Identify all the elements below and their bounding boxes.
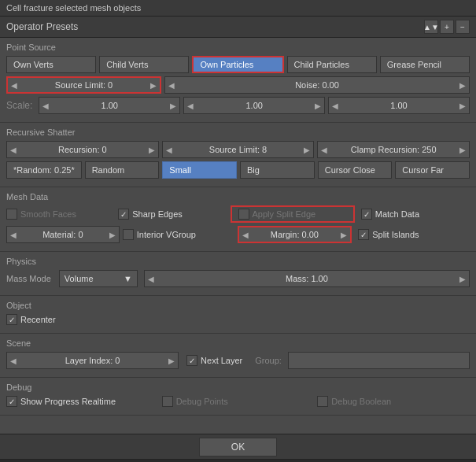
material-right-arrow[interactable]: ▶: [106, 231, 119, 239]
mesh-data-row1: Smooth Faces Sharp Edges Apply Split Edg…: [6, 205, 470, 223]
recursive-shatter-label: Recursive Shatter: [6, 128, 470, 137]
mass-right-arrow[interactable]: ▶: [456, 275, 469, 283]
match-data-group: Match Data: [361, 209, 470, 220]
scale-z-left-arrow[interactable]: ◀: [329, 102, 341, 110]
debug-points-group: Debug Points: [162, 396, 315, 407]
clamp-right-arrow[interactable]: ▶: [456, 146, 469, 154]
sharp-edges-checkbox[interactable]: [118, 209, 129, 220]
recursion-value: Recursion: 0: [20, 145, 146, 154]
scale-z-field[interactable]: ◀ 1.00 ▶: [328, 97, 470, 114]
layer-index-field[interactable]: ◀ Layer Index: 0 ▶: [6, 352, 179, 369]
show-progress-group: Show Progress Realtime: [6, 396, 159, 407]
scale-y-value: 1.00: [197, 101, 312, 110]
split-islands-checkbox[interactable]: [358, 229, 369, 240]
source-limit-left-arrow[interactable]: ◀: [8, 81, 20, 90]
main-content: Point Source Own Verts Child Verts Own P…: [0, 38, 476, 434]
title-bar: Cell fracture selected mesh objects: [0, 0, 476, 17]
interior-vgroup-group: Interior VGroup: [123, 229, 234, 240]
group-field[interactable]: [288, 352, 470, 369]
recursion-field[interactable]: ◀ Recursion: 0 ▶: [6, 141, 159, 158]
scene-row: ◀ Layer Index: 0 ▶ Next Layer Group:: [6, 352, 470, 369]
layer-index-right-arrow[interactable]: ▶: [165, 357, 178, 365]
noise-left-arrow[interactable]: ◀: [165, 81, 178, 90]
next-layer-checkbox[interactable]: [186, 355, 197, 366]
cursor-far-btn[interactable]: Cursor Far: [395, 161, 470, 179]
physics-label: Physics: [6, 257, 470, 266]
mesh-data-section: Mesh Data Smooth Faces Sharp Edges Apply…: [0, 187, 476, 252]
margin-field[interactable]: ◀ Margin: 0.00 ▶: [238, 226, 352, 243]
apply-split-edge-btn[interactable]: Apply Split Edge: [231, 205, 355, 223]
rec-source-limit-field[interactable]: ◀ Source Limit: 8 ▶: [162, 141, 315, 158]
match-data-checkbox[interactable]: [361, 209, 372, 220]
debug-points-checkbox[interactable]: [162, 396, 173, 407]
source-limit-value: Source Limit: 0: [20, 80, 147, 90]
random-weighted-btn[interactable]: *Random: 0.25*: [6, 161, 82, 179]
recursive-shatter-section: Recursive Shatter ◀ Recursion: 0 ▶ ◀ Sou…: [0, 123, 476, 187]
interior-vgroup-checkbox[interactable]: [123, 229, 134, 240]
mass-left-arrow[interactable]: ◀: [145, 275, 157, 283]
scale-z-value: 1.00: [341, 101, 456, 110]
debug-points-label: Debug Points: [176, 397, 228, 406]
preset-remove-btn[interactable]: −: [456, 20, 470, 34]
clamp-left-arrow[interactable]: ◀: [318, 146, 330, 154]
margin-value: Margin: 0.00: [252, 230, 338, 239]
preset-add-btn[interactable]: +: [440, 20, 454, 34]
recenter-checkbox[interactable]: [6, 314, 17, 325]
child-particles-btn[interactable]: Child Particles: [287, 56, 377, 73]
recursion-right-arrow[interactable]: ▶: [146, 146, 158, 154]
small-btn[interactable]: Small: [162, 161, 237, 179]
point-source-label: Point Source: [6, 43, 470, 52]
scale-row: Scale: ◀ 1.00 ▶ ◀ 1.00 ▶ ◀ 1.00 ▶: [6, 97, 470, 114]
show-progress-checkbox[interactable]: [6, 396, 17, 407]
scene-label: Scene: [6, 338, 470, 348]
smooth-faces-label: Smooth Faces: [20, 209, 76, 219]
split-islands-label: Split Islands: [372, 230, 419, 239]
scale-z-right-arrow[interactable]: ▶: [456, 102, 469, 110]
scale-y-right-arrow[interactable]: ▶: [312, 102, 324, 110]
mass-field[interactable]: ◀ Mass: 1.00 ▶: [144, 270, 470, 287]
smooth-faces-checkbox[interactable]: [6, 209, 17, 220]
big-btn[interactable]: Big: [240, 161, 315, 179]
mesh-data-label: Mesh Data: [6, 192, 470, 201]
title-text: Cell fracture selected mesh objects: [6, 3, 141, 13]
scale-y-left-arrow[interactable]: ◀: [184, 102, 197, 110]
own-verts-btn[interactable]: Own Verts: [6, 56, 96, 73]
grease-pencil-btn[interactable]: Grease Pencil: [380, 56, 470, 73]
margin-right-arrow[interactable]: ▶: [338, 231, 350, 239]
rec-source-right-arrow[interactable]: ▶: [301, 146, 313, 154]
noise-field[interactable]: ◀ Noise: 0.00 ▶: [164, 76, 470, 94]
rec-source-left-arrow[interactable]: ◀: [163, 146, 175, 154]
point-source-section: Point Source Own Verts Child Verts Own P…: [0, 38, 476, 123]
preset-arrow-up[interactable]: ▲▼: [424, 20, 438, 34]
recursion-left-arrow[interactable]: ◀: [7, 146, 20, 154]
source-limit-field[interactable]: ◀ Source Limit: 0 ▶: [6, 76, 161, 94]
noise-value: Noise: 0.00: [178, 80, 456, 90]
source-limit-right-arrow[interactable]: ▶: [147, 81, 160, 90]
scale-x-right-arrow[interactable]: ▶: [167, 102, 179, 110]
debug-boolean-group: Debug Boolean: [317, 396, 470, 407]
scale-y-field[interactable]: ◀ 1.00 ▶: [183, 97, 325, 114]
layer-index-left-arrow[interactable]: ◀: [7, 357, 20, 365]
split-islands-group: Split Islands: [358, 229, 470, 240]
random-btn[interactable]: Random: [85, 161, 160, 179]
object-label: Object: [6, 301, 470, 310]
mass-mode-label: Mass Mode: [6, 274, 51, 283]
child-verts-btn[interactable]: Child Verts: [99, 56, 189, 73]
match-data-label: Match Data: [375, 209, 419, 219]
cursor-close-btn[interactable]: Cursor Close: [318, 161, 393, 179]
own-particles-btn[interactable]: Own Particles: [192, 56, 283, 73]
scale-x-field[interactable]: ◀ 1.00 ▶: [39, 97, 180, 114]
clamp-recursion-field[interactable]: ◀ Clamp Recursion: 250 ▶: [317, 141, 470, 158]
margin-left-arrow[interactable]: ◀: [239, 231, 252, 239]
recenter-label: Recenter: [20, 315, 56, 324]
material-field[interactable]: ◀ Material: 0 ▶: [6, 226, 120, 243]
next-layer-group: Next Layer: [186, 355, 242, 366]
sharp-edges-group: Sharp Edges: [118, 209, 227, 220]
noise-right-arrow[interactable]: ▶: [456, 81, 469, 90]
material-left-arrow[interactable]: ◀: [7, 231, 20, 239]
ok-button[interactable]: OK: [199, 438, 277, 456]
debug-boolean-checkbox[interactable]: [317, 396, 328, 407]
scale-x-left-arrow[interactable]: ◀: [39, 102, 52, 110]
apply-split-edge-checkbox[interactable]: [238, 209, 249, 220]
mass-mode-dropdown[interactable]: Volume ▼: [59, 270, 138, 287]
